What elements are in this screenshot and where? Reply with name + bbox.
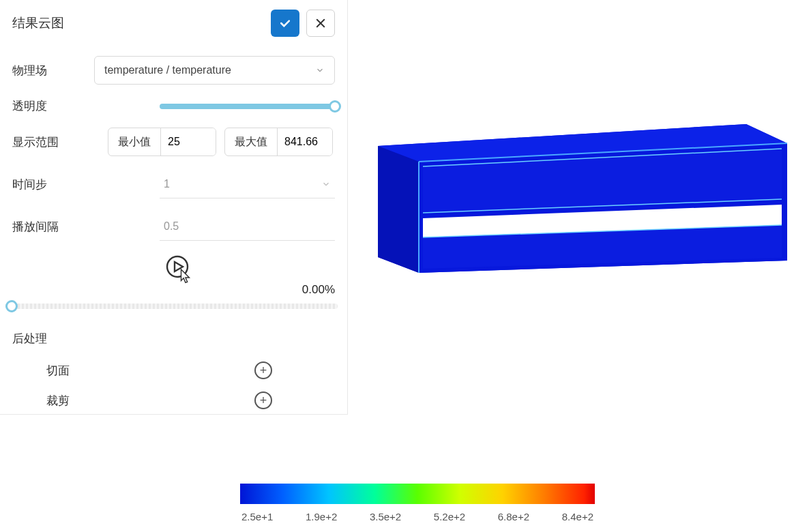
panel-header: 结果云图: [12, 10, 335, 37]
model-render: [378, 124, 787, 273]
display-range-row: 显示范围 最小值 最大值: [12, 128, 335, 156]
postprocess-title: 后处理: [12, 331, 335, 346]
timestep-label: 时间步: [12, 177, 94, 192]
add-clip-button[interactable]: +: [254, 391, 272, 409]
legend-tick: 1.9e+2: [306, 511, 337, 522]
check-icon: [278, 16, 292, 30]
range-label: 显示范围: [12, 134, 94, 150]
plus-icon: +: [260, 364, 267, 376]
progress-percent: 0.00%: [12, 283, 335, 297]
add-slice-button[interactable]: +: [254, 361, 272, 379]
progress-thumb[interactable]: [5, 300, 18, 312]
min-label: 最小值: [108, 128, 161, 156]
physics-select[interactable]: temperature / temperature: [94, 56, 335, 85]
svg-point-2: [167, 256, 188, 277]
clip-row: 裁剪 +: [12, 391, 335, 409]
timestep-row: 时间步 1: [12, 170, 335, 198]
max-range: 最大值: [224, 128, 333, 156]
legend-tick: 8.4e+2: [562, 511, 593, 522]
slice-label: 切面: [12, 363, 125, 379]
3d-viewport[interactable]: [348, 0, 794, 471]
clip-label: 裁剪: [12, 393, 125, 409]
slider-thumb[interactable]: [329, 100, 341, 113]
svg-marker-6: [378, 146, 419, 273]
legend-ticks: 2.5e+1 1.9e+2 3.5e+2 5.2e+2 6.8e+2 8.4e+…: [240, 511, 595, 522]
play-section: 0.00%: [12, 254, 335, 309]
settings-panel: 结果云图 物理场 temperature / temperature 透明度 显…: [0, 0, 348, 415]
play-icon: [165, 254, 190, 279]
legend-tick: 2.5e+1: [241, 511, 273, 522]
legend-tick: 3.5e+2: [370, 511, 401, 522]
plus-icon: +: [260, 394, 267, 407]
chevron-down-icon: [315, 65, 325, 75]
progress-slider[interactable]: [5, 304, 338, 309]
interval-input[interactable]: [160, 212, 335, 241]
color-legend: 2.5e+1 1.9e+2 3.5e+2 5.2e+2 6.8e+2 8.4e+…: [240, 484, 595, 522]
opacity-slider[interactable]: [160, 100, 335, 113]
max-label: 最大值: [225, 128, 278, 156]
legend-tick: 6.8e+2: [498, 511, 529, 522]
close-icon: [314, 17, 327, 29]
min-input[interactable]: [161, 128, 216, 156]
physics-value: temperature / temperature: [104, 64, 231, 76]
header-actions: [271, 10, 335, 37]
svg-marker-3: [175, 262, 183, 271]
opacity-label: 透明度: [12, 98, 94, 114]
cancel-button[interactable]: [306, 10, 335, 37]
min-range: 最小值: [108, 128, 216, 156]
physics-field-row: 物理场 temperature / temperature: [12, 56, 335, 85]
timestep-value: 1: [164, 178, 170, 190]
max-input[interactable]: [278, 128, 332, 156]
play-button[interactable]: [165, 254, 190, 279]
interval-row: 播放间隔: [12, 212, 335, 241]
legend-bar: [240, 484, 595, 504]
timestep-select[interactable]: 1: [160, 170, 335, 198]
legend-tick: 5.2e+2: [434, 511, 465, 522]
slice-row: 切面 +: [12, 361, 335, 379]
slider-track: [160, 104, 335, 109]
range-group: 最小值 最大值: [108, 128, 335, 156]
physics-label: 物理场: [12, 63, 94, 78]
interval-label: 播放间隔: [12, 219, 94, 235]
chevron-down-icon: [321, 179, 331, 189]
opacity-row: 透明度: [12, 98, 335, 114]
confirm-button[interactable]: [271, 10, 299, 37]
panel-title: 结果云图: [12, 14, 64, 32]
